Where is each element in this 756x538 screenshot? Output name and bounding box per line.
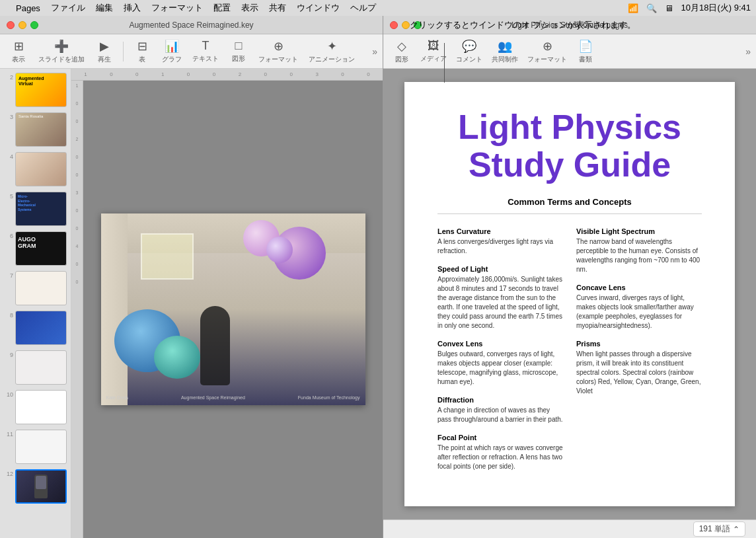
toolbar-document[interactable]: 📄 書類 [572, 36, 599, 67]
slide-item-8[interactable]: 8 [3, 309, 68, 346]
slide-number-12: 12 [4, 471, 13, 477]
slide-caption: Kate Grela Augmented Space Reimagined Fu… [101, 395, 365, 400]
toolbar-text[interactable]: T テキスト [188, 36, 223, 66]
traffic-lights [7, 21, 38, 29]
minimize-button[interactable] [19, 21, 26, 29]
slide-canvas: Kate Grela Augmented Space Reimagined Fu… [101, 213, 365, 405]
animation-icon: ✦ [327, 39, 337, 54]
play-label: 再生 [98, 55, 111, 64]
format-icon: ⊕ [274, 39, 284, 54]
slide-thumb-11 [15, 430, 67, 464]
keynote-canvas: 100100200300 100200300400 [71, 69, 383, 538]
slide-item-12[interactable]: 12 [3, 468, 68, 505]
word-count: 191 単語 [699, 523, 730, 535]
add-slide-label: スライドを追加 [38, 55, 85, 64]
slide-number-10: 10 [4, 391, 13, 398]
def-lens-curvature: A lens converges/diverges light rays via… [437, 237, 563, 256]
annotation-line [444, 43, 445, 83]
def-speed-of-light: The narrow band of wavelengths perceptib… [576, 237, 702, 274]
toolbar-play[interactable]: ▶ 再生 [91, 36, 118, 67]
toolbar-comment[interactable]: 💬 コメント [452, 36, 486, 67]
pages-window: Light Physics Study Guide.pages ◇ 図形 🖼 メ… [383, 16, 756, 538]
doc-divider [437, 213, 702, 214]
shapes-icon: ◇ [397, 39, 406, 54]
doc-columns: Lens Curvature A lens converges/diverges… [437, 227, 702, 480]
control-center-icon[interactable]: 🖥 [665, 3, 673, 13]
bubble-lavender [266, 237, 293, 263]
pages-minimize-button[interactable] [402, 21, 410, 29]
slide-number-6: 6 [4, 233, 13, 239]
menu-help[interactable]: ヘルプ [350, 2, 376, 14]
menu-file[interactable]: ファイル [51, 2, 85, 14]
play-icon: ▶ [100, 39, 109, 54]
toolbar-table[interactable]: ⊟ 表 [129, 36, 155, 67]
document-icon: 📄 [578, 39, 593, 54]
slide-thumb-4 [15, 152, 67, 186]
term-convex-lens: Speed of Light [437, 265, 563, 273]
doc-right-column: Visible Light Spectrum The narrow band o… [576, 227, 702, 480]
fullscreen-button[interactable] [30, 21, 38, 29]
toolbar-view[interactable]: ⊞ 表示 [5, 36, 32, 67]
collaborate-icon: 👥 [498, 39, 512, 54]
wall-left [101, 213, 128, 405]
slide-number-9: 9 [4, 352, 13, 358]
slide-item-11[interactable]: 11 [3, 428, 68, 465]
slide-item-10[interactable]: 10 [3, 389, 68, 426]
toolbar-format[interactable]: ⊕ フォーマット [254, 36, 302, 67]
menu-view[interactable]: 表示 [241, 2, 258, 14]
toolbar-add-slide[interactable]: ➕ スライドを追加 [34, 36, 89, 67]
view-label: 表示 [12, 55, 25, 64]
menu-pages[interactable]: Pages [16, 3, 40, 13]
toolbar-animation[interactable]: ✦ アニメーション [305, 36, 359, 67]
comment-label: コメント [456, 55, 482, 64]
def-diffraction: A change in direction of waves as they p… [437, 406, 563, 424]
slide-thumb-3: Santa Rosalia [15, 112, 67, 147]
word-count-box[interactable]: 191 単語 ⌃ [693, 521, 745, 537]
keynote-window: Augmented Space Reimagined.key ⊞ 表示 ➕ スラ… [0, 16, 383, 538]
shape-icon: □ [235, 39, 243, 53]
menu-share[interactable]: 共有 [269, 2, 286, 14]
toolbar-media[interactable]: 🖼 メディア [416, 36, 451, 66]
pages-close-button[interactable] [390, 21, 398, 29]
slide-item-9[interactable]: 9 [3, 349, 68, 386]
slide-item-6[interactable]: 6 AUGOGRAM [3, 230, 68, 267]
caption-center: Augmented Space Reimagined [181, 395, 245, 400]
menu-format[interactable]: フォーマット [151, 2, 203, 14]
def-focal-point: The point at which rays or waves converg… [437, 443, 563, 471]
pages-toolbar-expand[interactable]: » [745, 46, 751, 57]
pages-footer: 191 単語 ⌃ [383, 519, 756, 538]
slide-thumb-5: Micro-Electro-MechanicalSystems [15, 192, 67, 226]
slide-item-7[interactable]: 7 [3, 270, 68, 307]
slide-item-4[interactable]: 4 [3, 151, 68, 188]
slide-item-5[interactable]: 5 Micro-Electro-MechanicalSystems [3, 190, 68, 227]
keynote-body: 2 AugmentedVirtual 3 Santa Rosalia 4 [0, 69, 383, 538]
toolbar-collaborate[interactable]: 👥 共同制作 [488, 36, 522, 67]
toolbar-pages-format[interactable]: ⊕ フォーマット [523, 36, 571, 67]
menu-insert[interactable]: 挿入 [124, 2, 141, 14]
menu-arrange[interactable]: 配置 [213, 2, 231, 14]
search-icon[interactable]: 🔍 [646, 3, 657, 13]
toolbar-shape[interactable]: □ 図形 [225, 36, 252, 66]
toolbar-expand[interactable]: » [372, 46, 377, 57]
pages-toolbar: ◇ 図形 🖼 メディア 💬 コメント 👥 共同制作 ⊕ フォーマット 📄 書 [383, 34, 756, 69]
annotation-tooltip: クリックするとウインドウのオ プションが表示されます。 [410, 19, 636, 32]
slide-item-2[interactable]: 2 AugmentedVirtual [3, 71, 68, 108]
def-convex-lens: Approximately 186,000mi/s. Sunlight take… [437, 275, 563, 330]
close-button[interactable] [7, 21, 15, 29]
collaborate-label: 共同制作 [492, 55, 518, 64]
term-focal-point: Focal Point [437, 434, 563, 442]
document-label: 書類 [579, 55, 592, 64]
menu-window[interactable]: ウインドウ [297, 2, 340, 14]
menu-bar-right: 📶 🔍 🖥 10月18日(火) 9:41 [628, 2, 751, 14]
keynote-toolbar: ⊞ 表示 ➕ スライドを追加 ▶ 再生 ⊟ 表 📊 グラフ T テキ [0, 34, 383, 69]
slide-item-3[interactable]: 3 Santa Rosalia [3, 111, 68, 148]
slide-thumb-12 [15, 469, 67, 504]
menu-edit[interactable]: 編集 [96, 2, 113, 14]
toolbar-chart[interactable]: 📊 グラフ [158, 36, 186, 67]
slide-number-4: 4 [4, 153, 13, 160]
doc-left-column: Lens Curvature A lens converges/diverges… [437, 227, 563, 480]
slide-number-2: 2 [4, 74, 13, 81]
term-diffraction: Diffraction [437, 396, 563, 404]
table-label: 表 [139, 55, 145, 64]
toolbar-shapes[interactable]: ◇ 図形 [389, 36, 415, 67]
